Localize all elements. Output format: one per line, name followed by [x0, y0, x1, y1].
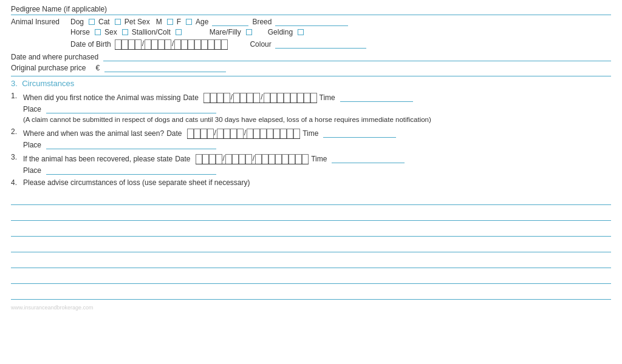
item-2-place-field[interactable]	[46, 141, 216, 149]
colour-field[interactable]	[275, 40, 366, 49]
original-price-field[interactable]	[104, 64, 226, 72]
item-2-line: Where and when was the animal last seen?…	[23, 127, 611, 139]
f-label: F	[177, 18, 181, 26]
item-2-content: Where and when was the animal last seen?…	[23, 127, 611, 149]
stallion-group: Stallion/Colt	[132, 28, 182, 36]
animal-row-1: Dog Cat Pet Sex M F Age	[70, 18, 366, 26]
item-1-time-field[interactable]	[340, 93, 413, 102]
item-1-note: (A claim cannot be submitted in respect …	[23, 115, 611, 124]
horse-checkbox[interactable]	[95, 29, 101, 35]
item-2-date-field[interactable]: / /	[187, 127, 301, 139]
cat-group: Cat	[98, 18, 121, 26]
blank-lines-area	[11, 192, 611, 300]
item-3-text: If the animal has been recovered, please…	[23, 155, 173, 163]
circumstances-header: 3. Circumstances	[11, 79, 611, 88]
sex-group: Sex	[104, 28, 128, 36]
animal-insured-section: Animal Insured Dog Cat Pet Sex M F	[11, 18, 611, 50]
item-3-time-label: Time	[311, 155, 327, 163]
item-1-note-text: (A claim cannot be submitted in respect …	[23, 116, 431, 123]
m-checkbox[interactable]	[167, 19, 173, 25]
item-4-content: Please advise circumstances of loss (use…	[23, 178, 611, 187]
dog-checkbox[interactable]	[89, 19, 95, 25]
item-3-date-field[interactable]: / /	[196, 153, 309, 164]
item-2-time-label: Time	[302, 129, 318, 138]
pedigree-name-label: Pedigree Name (if applicable)	[11, 5, 107, 13]
blank-line[interactable]	[11, 271, 611, 284]
age-group: Age	[196, 18, 248, 26]
circumstances-list: 1. When did you first notice the Animal …	[11, 92, 611, 187]
stallion-checkbox[interactable]	[176, 29, 182, 35]
colour-label: Colour	[250, 40, 271, 49]
blank-line[interactable]	[11, 286, 611, 300]
pet-sex-label: Pet Sex	[125, 18, 150, 26]
dob-date-field[interactable]: / /	[115, 38, 228, 50]
item-4-text: Please advise circumstances of loss (use…	[23, 178, 250, 187]
item-3-place-label: Place	[23, 166, 41, 175]
original-price-label: Original purchase price	[11, 64, 86, 72]
list-item: 4. Please advise circumstances of loss (…	[11, 178, 611, 187]
section-title: Circumstances	[22, 79, 74, 88]
cat-label: Cat	[98, 18, 110, 26]
item-3-line: If the animal has been recovered, please…	[23, 153, 611, 164]
blank-line[interactable]	[11, 223, 611, 237]
blank-line[interactable]	[11, 207, 611, 221]
dog-label: Dog	[70, 18, 84, 26]
item-1-place-field[interactable]	[46, 105, 216, 113]
item-2-num: 2.	[11, 127, 23, 136]
horse-group: Horse	[70, 28, 101, 36]
item-3-date-label: Date	[175, 155, 190, 163]
item-1-text: When did you first notice the Animal was…	[23, 93, 180, 102]
item-1-place-row: Place	[23, 105, 611, 113]
mare-filly-checkbox[interactable]	[246, 29, 252, 35]
item-2-text: Where and when was the animal last seen?	[23, 129, 164, 138]
cat-checkbox[interactable]	[115, 19, 121, 25]
date-purchased-row: Date and where purchased	[11, 53, 611, 61]
gelding-checkbox[interactable]	[298, 29, 304, 35]
sex-checkbox[interactable]	[122, 29, 128, 35]
dog-group: Dog	[70, 18, 95, 26]
animal-insured-label: Animal Insured	[11, 18, 66, 26]
item-1-num: 1.	[11, 92, 23, 100]
item-1-date-field[interactable]: / /	[203, 92, 317, 103]
item-3-place-field[interactable]	[46, 166, 216, 175]
f-group: F	[177, 18, 192, 26]
item-1-line: When did you first notice the Animal was…	[23, 92, 611, 103]
list-item: 3. If the animal has been recovered, ple…	[11, 153, 611, 175]
original-price-row: Original purchase price €	[11, 64, 611, 72]
gelding-group: Gelding	[268, 28, 304, 36]
item-2-time-field[interactable]	[323, 129, 396, 138]
f-checkbox[interactable]	[186, 19, 192, 25]
item-3-time-field[interactable]	[332, 155, 405, 163]
date-purchased-field[interactable]	[103, 53, 611, 61]
animal-row-3: Date of Birth / / Colour	[70, 38, 366, 50]
blank-line[interactable]	[11, 255, 611, 268]
watermark: www.insuranceandbrokerage.com	[11, 305, 611, 311]
item-1-content: When did you first notice the Animal was…	[23, 92, 611, 124]
pet-sex-group: Pet Sex	[125, 18, 152, 26]
sex-label: Sex	[104, 28, 117, 36]
item-1-place-label: Place	[23, 105, 41, 113]
m-group: M	[156, 18, 173, 26]
list-item: 2. Where and when was the animal last se…	[11, 127, 611, 149]
item-1-date-label: Date	[183, 93, 198, 102]
pedigree-name-row: Pedigree Name (if applicable)	[11, 5, 611, 15]
euro-symbol: €	[95, 64, 100, 72]
colour-group: Colour	[250, 40, 366, 49]
dob-group: Date of Birth / /	[70, 38, 228, 50]
circumstances-section: 3. Circumstances 1. When did you first n…	[11, 79, 611, 300]
breed-field[interactable]	[275, 18, 348, 26]
stallion-colt-label: Stallion/Colt	[132, 28, 171, 36]
blank-line[interactable]	[11, 239, 611, 252]
item-2-date-label: Date	[166, 129, 182, 138]
list-item: 1. When did you first notice the Animal …	[11, 92, 611, 124]
animal-row-2: Horse Sex Stallion/Colt Mare/Filly Geldi…	[70, 28, 366, 36]
date-purchased-label: Date and where purchased	[11, 53, 98, 61]
item-3-num: 3.	[11, 153, 23, 161]
age-field[interactable]	[212, 18, 248, 26]
item-4-num: 4.	[11, 178, 23, 187]
breed-label: Breed	[252, 18, 272, 26]
blank-line[interactable]	[11, 192, 611, 205]
item-3-content: If the animal has been recovered, please…	[23, 153, 611, 175]
m-label: M	[156, 18, 162, 26]
mare-filly-group: Mare/Filly	[210, 28, 252, 36]
